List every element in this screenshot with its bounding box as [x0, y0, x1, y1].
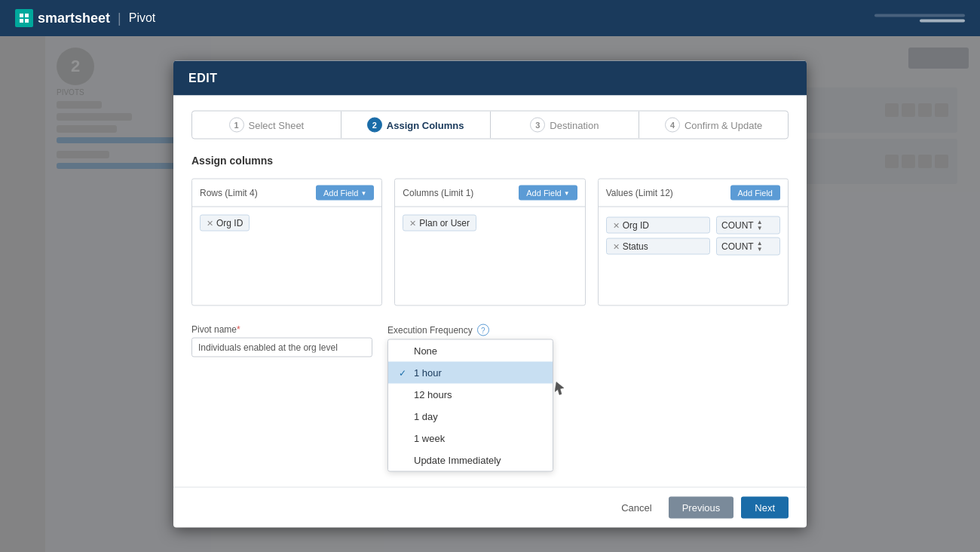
rows-tag-org-id: ✕ Org ID [200, 215, 250, 232]
rows-tag-x-org-id[interactable]: ✕ [207, 218, 213, 228]
rows-panel: Rows (Limit 4) Add Field ▼ ✕ Org ID [191, 179, 382, 306]
dropdown-item-1week[interactable]: 1 week [388, 428, 553, 449]
dropdown-item-12hours-label: 12 hours [414, 389, 452, 400]
dropdown-item-update-immediately-label: Update Immediately [414, 455, 501, 466]
dropdown-item-1week-label: 1 week [414, 433, 445, 444]
columns-tag-x[interactable]: ✕ [409, 218, 416, 228]
values-panel-header: Values (Limit 12) Add Field [599, 179, 788, 207]
step-4-number: 4 [665, 118, 680, 133]
values-label-status: Status [623, 241, 648, 252]
svg-rect-3 [25, 19, 29, 23]
execution-dropdown: None ✓ 1 hour 12 hours [387, 339, 553, 472]
values-tag-status: ✕ Status [606, 238, 710, 255]
scrollbar-thumb [920, 20, 965, 23]
rows-panel-header: Rows (Limit 4) Add Field ▼ [192, 179, 381, 207]
dropdown-item-12hours[interactable]: 12 hours [388, 384, 553, 406]
modal-header: EDIT [173, 61, 807, 96]
modal-body: 1 Select Sheet 2 Assign Columns 3 Destin… [173, 96, 807, 487]
values-count-org-id-label: COUNT [721, 220, 754, 231]
logo: smartsheet [15, 9, 110, 27]
values-tag-org-id: ✕ Org ID [606, 217, 710, 234]
step-2-label: Assign Columns [387, 119, 464, 130]
scrollbar-track [874, 14, 965, 17]
pivot-name-input[interactable] [191, 338, 372, 357]
columns-tag-label: Plan or User [419, 218, 470, 228]
main-content: 2 PIVOTS [0, 36, 980, 552]
cursor-indicator [555, 381, 565, 399]
columns-add-field-button[interactable]: Add Field ▼ [519, 186, 577, 201]
dropdown-item-1hour-label: 1 hour [414, 367, 442, 379]
step-1[interactable]: 1 Select Sheet [192, 112, 341, 139]
svg-rect-1 [25, 14, 29, 17]
svg-rect-2 [20, 19, 23, 23]
rows-panel-body: ✕ Org ID [192, 207, 381, 305]
columns-grid: Rows (Limit 4) Add Field ▼ ✕ Org ID [191, 179, 789, 306]
top-bar: smartsheet | Pivot [0, 0, 980, 36]
dropdown-item-1hour[interactable]: ✓ 1 hour [388, 362, 553, 384]
dropdown-item-update-immediately[interactable]: Update Immediately [388, 449, 553, 471]
pivot-name-section: Pivot name* [191, 324, 372, 357]
rows-panel-title: Rows (Limit 4) [200, 188, 258, 198]
next-button[interactable]: Next [741, 497, 789, 519]
values-add-field-button[interactable]: Add Field [730, 186, 780, 201]
dropdown-item-none-label: None [414, 345, 437, 357]
step-1-number: 1 [229, 118, 244, 133]
values-panel: Values (Limit 12) Add Field ✕ Org ID [598, 179, 789, 306]
cancel-button[interactable]: Cancel [612, 498, 660, 518]
execution-section: Execution Frequency ? None ✓ 1 hour [387, 324, 789, 472]
logo-icon [15, 9, 33, 27]
bottom-section: Pivot name* Execution Frequency ? None [191, 324, 789, 472]
columns-panel: Columns (Limit 1) Add Field ▼ ✕ Plan or … [394, 179, 585, 306]
step-3[interactable]: 3 Destination [491, 112, 640, 139]
values-panel-title: Values (Limit 12) [606, 188, 673, 198]
step-2-number: 2 [367, 118, 382, 133]
values-count-status-label: COUNT [721, 241, 754, 252]
check-1hour: ✓ [399, 367, 409, 378]
values-x-status[interactable]: ✕ [613, 241, 620, 251]
values-x-org-id[interactable]: ✕ [613, 220, 620, 230]
steps-bar: 1 Select Sheet 2 Assign Columns 3 Destin… [191, 111, 789, 140]
values-row-org-id: ✕ Org ID COUNT ▲ ▼ [606, 216, 780, 235]
modal-title: EDIT [188, 72, 217, 84]
step-1-label: Select Sheet [249, 119, 305, 130]
count-arrows-status: ▲ ▼ [757, 241, 763, 253]
dropdown-item-1day-label: 1 day [414, 411, 438, 422]
pivot-name-label: Pivot name* [191, 324, 372, 335]
dropdown-item-1day[interactable]: 1 day [388, 406, 553, 428]
step-3-number: 3 [530, 118, 545, 133]
execution-frequency-label: Execution Frequency ? [387, 324, 789, 336]
values-count-org-id[interactable]: COUNT ▲ ▼ [716, 216, 780, 235]
logo-text: smartsheet [38, 11, 110, 26]
columns-panel-header: Columns (Limit 1) Add Field ▼ [395, 179, 584, 207]
help-icon[interactable]: ? [477, 324, 489, 336]
columns-add-field-caret: ▼ [564, 189, 570, 196]
top-bar-divider: | [118, 11, 121, 26]
step-3-label: Destination [550, 119, 599, 130]
assign-columns-title: Assign columns [191, 155, 789, 167]
dropdown-item-none[interactable]: None [388, 340, 553, 362]
app-title: Pivot [129, 11, 156, 25]
required-star: * [237, 324, 240, 335]
step-4[interactable]: 4 Confirm & Update [639, 112, 788, 139]
columns-tag-plan-or-user: ✕ Plan or User [403, 215, 476, 232]
values-label-org-id: Org ID [623, 220, 649, 231]
step-2[interactable]: 2 Assign Columns [341, 112, 491, 139]
count-arrows-org-id: ▲ ▼ [757, 219, 763, 232]
svg-rect-0 [20, 14, 23, 17]
columns-panel-body: ✕ Plan or User [395, 207, 584, 305]
scrollbar [874, 14, 965, 23]
values-panel-body: ✕ Org ID COUNT ▲ ▼ [599, 207, 788, 305]
modal-footer: Cancel Previous Next [173, 487, 807, 528]
execution-dropdown-menu: None ✓ 1 hour 12 hours [387, 339, 553, 472]
rows-add-field-caret: ▼ [360, 189, 366, 196]
columns-panel-title: Columns (Limit 1) [403, 188, 473, 198]
rows-add-field-button[interactable]: Add Field ▼ [316, 186, 374, 201]
values-count-status[interactable]: COUNT ▲ ▼ [716, 238, 780, 256]
edit-modal: EDIT 1 Select Sheet 2 Assign Columns 3 D… [173, 61, 807, 528]
values-row-status: ✕ Status COUNT ▲ ▼ [606, 238, 780, 256]
rows-tag-label-org-id: Org ID [216, 218, 243, 228]
step-4-label: Confirm & Update [684, 119, 762, 130]
previous-button[interactable]: Previous [669, 497, 734, 519]
